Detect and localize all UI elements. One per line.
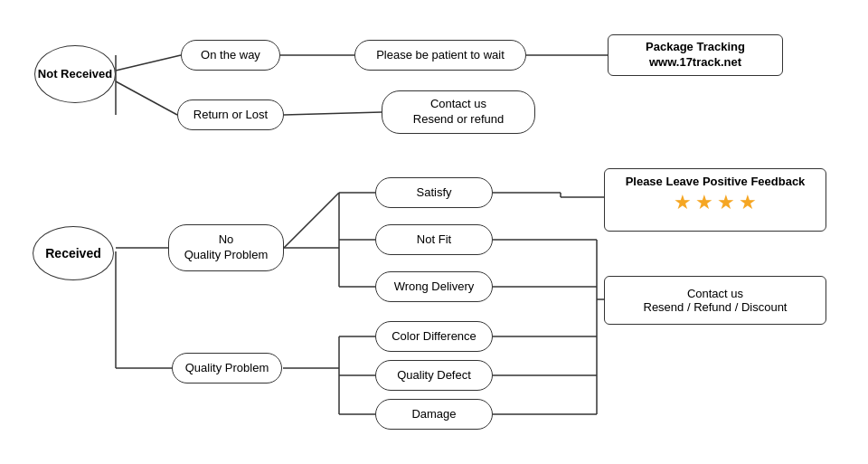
svg-line-10 — [284, 193, 339, 248]
no-quality-problem-node: NoQuality Problem — [168, 224, 284, 271]
star-rating: ★ ★ ★ ★ — [614, 191, 816, 214]
on-the-way-node: On the way — [181, 40, 280, 71]
contact-resend-discount-box: Contact usResend / Refund / Discount — [604, 276, 826, 325]
svg-line-0 — [116, 55, 181, 71]
contact-resend-refund-node: Contact usResend or refund — [382, 90, 535, 134]
svg-line-1 — [116, 81, 177, 115]
package-tracking-label: Package Trackingwww.17track.net — [646, 40, 745, 71]
positive-feedback-box: Please Leave Positive Feedback ★ ★ ★ ★ — [604, 168, 826, 232]
contact-resend-refund-label: Contact usResend or refund — [413, 97, 504, 128]
be-patient-node: Please be patient to wait — [354, 40, 526, 71]
no-quality-problem-label: NoQuality Problem — [184, 232, 268, 263]
color-difference-node: Color Difference — [375, 321, 493, 352]
not-fit-node: Not Fit — [375, 224, 493, 255]
color-difference-label: Color Difference — [392, 329, 476, 345]
quality-problem-label: Quality Problem — [185, 361, 269, 376]
on-the-way-label: On the way — [201, 48, 260, 63]
quality-problem-node: Quality Problem — [172, 353, 282, 384]
star-3: ★ — [717, 191, 735, 214]
package-tracking-node: Package Trackingwww.17track.net — [608, 34, 783, 76]
star-2: ★ — [695, 191, 713, 214]
quality-defect-label: Quality Defect — [397, 368, 471, 384]
return-or-lost-node: Return or Lost — [177, 99, 284, 130]
be-patient-label: Please be patient to wait — [376, 48, 505, 63]
quality-defect-node: Quality Defect — [375, 360, 493, 391]
not-fit-label: Not Fit — [417, 232, 451, 248]
star-4: ★ — [739, 191, 757, 214]
star-1: ★ — [674, 191, 692, 214]
feedback-title: Please Leave Positive Feedback — [614, 175, 816, 188]
contact-resend-discount-label: Contact usResend / Refund / Discount — [644, 287, 788, 314]
not-received-label: Not Received — [38, 67, 112, 82]
return-or-lost-label: Return or Lost — [193, 108, 268, 123]
received-node: Received — [33, 226, 114, 280]
wrong-delivery-node: Wrong Delivery — [375, 271, 493, 302]
not-received-node: Not Received — [34, 45, 116, 103]
damage-label: Damage — [411, 407, 456, 422]
svg-line-4 — [284, 112, 382, 115]
damage-node: Damage — [375, 399, 493, 430]
satisfy-label: Satisfy — [416, 185, 451, 201]
diagram: Not Received On the way Return or Lost P… — [0, 0, 868, 464]
satisfy-node: Satisfy — [375, 177, 493, 208]
received-label: Received — [45, 245, 100, 261]
wrong-delivery-label: Wrong Delivery — [394, 279, 475, 295]
